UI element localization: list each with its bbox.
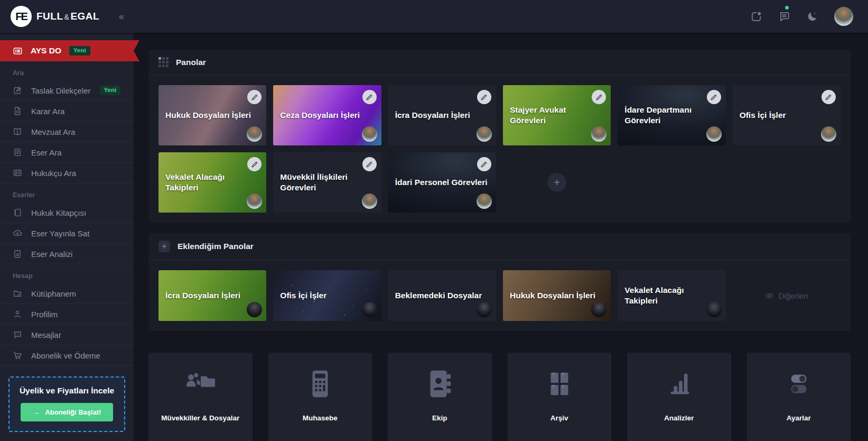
dark-mode-icon[interactable] xyxy=(806,11,818,23)
tile-muhasebe[interactable]: Muhasebe xyxy=(268,353,372,441)
board-owner-avatar xyxy=(706,302,722,317)
board-owner-avatar xyxy=(362,194,377,209)
edit-board-button[interactable] xyxy=(822,90,836,104)
sidebar-item-eser-analizi[interactable]: Eser Analizi xyxy=(0,244,134,264)
eklendigim-header: + Eklendiğim Panolar xyxy=(148,233,851,260)
arrow-right-icon: → xyxy=(32,408,39,416)
sidebar-item-mevzuat-ara[interactable]: Mevzuat Ara xyxy=(0,122,134,142)
sidebar-item-karar-ara[interactable]: Karar Ara xyxy=(0,101,134,122)
sidebar-section-eserler: Eserler xyxy=(0,183,134,203)
board-card[interactable]: İdare Departmanı Görevleri xyxy=(618,85,725,145)
online-dot xyxy=(785,6,789,10)
board-card[interactable]: Hukuk Dosyaları İşleri xyxy=(158,85,266,145)
start-subscription-button[interactable]: → Aboneliği Başlat! xyxy=(21,403,113,421)
add-board-button[interactable]: + xyxy=(547,173,566,192)
add-board-cell: + xyxy=(503,152,611,213)
analytics-icon xyxy=(662,366,695,401)
plus-icon: + xyxy=(158,241,170,252)
tile-ayarlar[interactable]: Ayarlar xyxy=(747,353,851,441)
sidebar-item-hukuk-kitapcisi[interactable]: Hukuk Kitapçısı xyxy=(0,203,134,223)
messages-icon[interactable] xyxy=(778,11,790,23)
edit-board-button[interactable] xyxy=(362,90,377,104)
board-card[interactable]: Ofis İçi İşler xyxy=(733,85,841,145)
cloud-upload-icon xyxy=(13,228,22,238)
others-label: Diğerleri xyxy=(778,291,808,300)
promo-title: Üyelik ve Fiyatları İncele xyxy=(14,386,120,396)
notifications-icon[interactable] xyxy=(750,11,762,23)
tile-label: Analizler xyxy=(664,414,694,422)
tile-label: Muhasebe xyxy=(303,414,338,422)
toggles-icon xyxy=(782,366,815,401)
sidebar-item-mesajlar[interactable]: Mesajlar xyxy=(0,325,134,345)
others-link[interactable]: Diğerleri xyxy=(733,270,841,321)
tile-label: Ayarlar xyxy=(787,414,811,422)
calculator-icon xyxy=(304,366,337,401)
edit-board-button[interactable] xyxy=(477,90,491,104)
sidebar-item-profilim[interactable]: Profilim xyxy=(0,304,134,325)
sidebar-item-kutuphanem[interactable]: Kütüphanem xyxy=(0,283,134,304)
sidebar-item-eser-ara[interactable]: Eser Ara xyxy=(0,142,134,163)
sidebar-collapse-icon[interactable]: « xyxy=(118,11,124,22)
brand-logo-icon: FE xyxy=(11,6,32,27)
board-card[interactable]: Ceza Dosyaları İşleri xyxy=(273,85,381,145)
panolar-title: Panolar xyxy=(176,58,206,67)
edit-board-button[interactable] xyxy=(362,157,377,171)
edit-board-button[interactable] xyxy=(707,90,721,104)
joined-board-card[interactable]: Ofis İçi İşler xyxy=(273,270,381,321)
panolar-panel: Panolar Hukuk Dosyaları İşleri Ceza Dosy… xyxy=(148,50,851,223)
brand-word2: EGAL xyxy=(70,11,99,22)
tile-muvekkiller-dosyalar[interactable]: Müvekkiller & Dosyalar xyxy=(148,353,253,441)
sidebar-item-label: Mevzuat Ara xyxy=(31,127,75,136)
clients-folder-icon xyxy=(184,366,217,401)
board-card[interactable]: Müvekkil İlişkileri Görevleri xyxy=(273,152,381,213)
board-owner-avatar xyxy=(477,194,492,209)
tile-arsiv[interactable]: Arşiv xyxy=(508,353,612,441)
sidebar-item-abonelik-odeme[interactable]: Abonelik ve Ödeme xyxy=(0,345,134,366)
sidebar-item-ays-do[interactable]: AYS DO Yeni xyxy=(0,40,139,61)
eklendigim-title: Eklendiğim Panolar xyxy=(178,242,254,251)
pencil-icon xyxy=(480,94,488,101)
brand: FE FULL&EGAL « xyxy=(0,6,134,27)
tile-label: Müvekkiller & Dosyalar xyxy=(161,414,239,422)
board-card[interactable]: İcra Dosyaları İşleri xyxy=(388,85,496,145)
panolar-cards: Hukuk Dosyaları İşleri Ceza Dosyaları İş… xyxy=(148,75,851,223)
pencil-icon xyxy=(595,94,603,101)
joined-board-card[interactable]: İcra Dosyaları İşleri xyxy=(158,270,266,321)
tile-label: Ekip xyxy=(432,414,447,422)
board-card[interactable]: Stajyer Avukat Görevleri xyxy=(503,85,611,145)
board-card[interactable]: İdari Personel Görevleri xyxy=(388,152,496,213)
clipboard-chart-icon xyxy=(13,249,22,259)
joined-board-card[interactable]: Vekalet Alacağı Takipleri xyxy=(618,270,725,321)
folder-icon xyxy=(13,289,22,298)
id-card-icon xyxy=(13,168,22,178)
eye-icon xyxy=(765,291,774,300)
sidebar-item-label: Kütüphanem xyxy=(31,289,76,298)
edit-board-button[interactable] xyxy=(477,157,491,171)
promo-button-label: Aboneliği Başlat! xyxy=(45,408,101,416)
board-owner-avatar xyxy=(362,126,377,142)
pencil-icon xyxy=(251,161,258,168)
contacts-book-icon xyxy=(423,366,456,401)
joined-board-card[interactable]: Beklemedeki Dosyalar xyxy=(388,270,496,321)
sidebar-section-hesap: Hesap xyxy=(0,264,134,283)
tile-analizler[interactable]: Analizler xyxy=(627,353,731,441)
board-owner-avatar xyxy=(706,126,722,142)
user-avatar[interactable] xyxy=(834,7,853,26)
shortcut-tiles: Müvekkiller & Dosyalar Muhasebe xyxy=(148,353,851,441)
main-content: Panolar Hukuk Dosyaları İşleri Ceza Dosy… xyxy=(134,33,868,441)
sidebar-item-label: Profilim xyxy=(31,310,58,319)
notebook-icon xyxy=(13,208,22,217)
board-owner-avatar xyxy=(477,126,492,142)
pencil-icon xyxy=(366,161,373,168)
sidebar: AYS DO Yeni Ara Taslak Dilekçeler Yeni K… xyxy=(0,33,134,441)
sidebar-item-label: Hukukçu Ara xyxy=(31,169,76,178)
sidebar-item-label: Eser Yayınla Sat xyxy=(31,229,89,238)
joined-board-card[interactable]: Hukuk Dosyaları İşleri xyxy=(503,270,611,321)
sidebar-item-taslak-dilekceler[interactable]: Taslak Dilekçeler Yeni xyxy=(0,80,134,101)
sidebar-item-eser-yayinla-sat[interactable]: Eser Yayınla Sat xyxy=(0,223,134,244)
board-card[interactable]: Vekalet Alacağı Takipleri xyxy=(158,152,266,213)
pencil-icon xyxy=(710,94,717,101)
sidebar-item-label: Mesajlar xyxy=(31,330,61,339)
sidebar-item-hukukcu-ara[interactable]: Hukukçu Ara xyxy=(0,163,134,183)
tile-ekip[interactable]: Ekip xyxy=(388,353,492,441)
